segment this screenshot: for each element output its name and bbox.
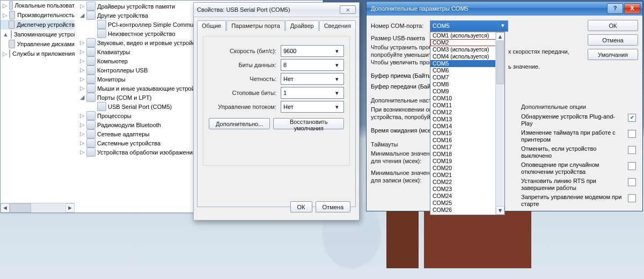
scroll-right-icon[interactable]: ► [65,203,75,212]
checkbox[interactable] [628,146,636,154]
com-option[interactable]: COM11 [430,102,504,109]
tree-label: Устройства обработки изображений [97,149,196,156]
expand-icon[interactable]: ▷ [79,3,85,10]
parity-combo[interactable]: Нет▾ [281,73,344,85]
close-button[interactable]: X [624,3,640,14]
expand-icon[interactable]: ▷ [79,130,85,137]
scroll-thumb[interactable] [496,41,504,84]
device-icon [86,2,96,11]
com-option[interactable]: COM5 [430,60,504,67]
databits-label: Биты данных: [209,62,276,68]
com-option[interactable]: COM27 [430,214,504,215]
titlebar[interactable]: Свойства: USB Serial Port (COM5) ⨉ [194,3,359,17]
expand-icon[interactable]: ◢ [79,94,85,101]
com-option[interactable]: COM8 [430,81,504,88]
checkbox[interactable] [628,162,636,170]
tree-label: Компьютер [97,58,128,64]
flow-combo[interactable]: Нет▾ [281,101,344,113]
device-icon [86,47,96,56]
scope-scrollbar[interactable]: ◄ ► [1,203,75,212]
checkbox[interactable] [628,130,636,138]
databits-combo[interactable]: 8▾ [281,59,344,71]
expand-icon[interactable]: ▷ [79,67,85,74]
option-row: Изменение таймаута при работе с принтеро… [521,129,636,143]
com-option[interactable]: COM21 [430,172,504,179]
com-option[interactable]: COM13 [430,116,504,123]
scope-item[interactable]: ▷Локальные пользоват [1,1,75,10]
expand-icon[interactable]: ◢ [79,12,85,19]
com-option[interactable]: COM16 [430,137,504,144]
com-option[interactable]: COM10 [430,95,504,102]
com-option[interactable]: COM24 [430,193,504,200]
expand-icon: ▷ [3,50,7,57]
baud-combo[interactable]: 9600▾ [281,45,344,57]
expand-icon: ▷ [3,12,7,19]
com-option[interactable]: COM18 [430,151,504,158]
com-option[interactable]: COM15 [430,130,504,137]
scope-item[interactable]: ▲Запоминающие устройс [1,30,75,39]
expand-icon[interactable]: ▷ [79,149,85,156]
scope-label: Локальные пользоват [15,2,75,9]
defaults-button[interactable]: Умолчания [588,49,638,60]
checkbox[interactable] [628,178,636,186]
scroll-thumb[interactable] [10,203,31,212]
com-option[interactable]: COM17 [430,144,504,151]
com-option[interactable]: COM3 (используется) [430,46,504,53]
option-label: Оповещение при случайном отключении устр… [521,161,625,175]
scope-item[interactable]: Диспетчер устройств [1,20,75,30]
com-option[interactable]: COM19 [430,158,504,165]
stopbits-combo[interactable]: 1▾ [281,87,344,99]
com-option[interactable]: COM14 [430,123,504,130]
expand-icon[interactable]: ▷ [79,76,85,83]
cancel-button[interactable]: Отмена [316,201,350,212]
tab-2[interactable]: Драйвер [286,20,319,31]
tab-0[interactable]: Общие [197,20,226,31]
node-icon [9,11,15,19]
ok-button[interactable]: ОК [290,201,312,212]
com-option[interactable]: COM9 [430,88,504,95]
advanced-button[interactable]: Дополнительно... [209,118,270,129]
cancel-button[interactable]: Отмена [588,34,638,46]
tree-label: Системные устройства [97,140,160,146]
device-icon [86,120,96,129]
expand-icon[interactable]: ▷ [79,48,85,55]
scope-item[interactable]: ▷Службы и приложения [1,49,75,58]
scope-item[interactable]: ▷Производительность [1,10,75,20]
com-option[interactable]: COM1 (используется) [430,32,504,39]
com-option[interactable]: COM12 [430,109,504,116]
expand-icon[interactable]: ▷ [79,140,85,146]
ok-button[interactable]: ОК [588,20,638,31]
titlebar[interactable]: Дополнительные параметры COM5 ? X [367,2,642,16]
expand-icon[interactable]: ▷ [79,121,85,128]
option-row: Запретить управление модемом при старте [521,194,636,208]
option-row: Обнаружение устройств Plug-and-Play✔ [521,113,636,127]
scroll-up-icon[interactable]: ▲ [496,32,504,41]
com-option[interactable]: COM25 [430,200,504,207]
tab-3[interactable]: Сведения [319,20,356,31]
com-option[interactable]: COM20 [430,165,504,172]
tree-label: Порты (COM и LPT) [97,94,151,101]
com-option[interactable]: COM26 [430,207,504,214]
com-option[interactable]: COM2 [430,39,504,46]
dropdown-scrollbar[interactable]: ▲ ▼ [495,32,504,215]
expand-icon[interactable]: ▷ [79,112,85,119]
com-port-combo[interactable]: COM5▾ [430,20,508,32]
com-port-dropdown[interactable]: COM1 (используется)COM2COM3 (используетс… [430,32,505,215]
expand-icon[interactable]: ▷ [79,85,85,92]
com-option[interactable]: COM23 [430,186,504,193]
checkbox[interactable] [628,194,636,202]
com-option[interactable]: COM22 [430,179,504,186]
tab-1[interactable]: Параметры порта [226,20,285,31]
expand-icon[interactable]: ▷ [79,57,85,64]
expand-icon[interactable]: ▷ [79,39,85,46]
help-button[interactable]: ? [607,3,623,14]
scroll-down-icon[interactable]: ▼ [496,206,504,215]
com-option[interactable]: COM7 [430,74,504,81]
scope-item[interactable]: Управление дисками [1,39,75,49]
checkbox[interactable]: ✔ [628,114,636,122]
close-icon[interactable]: ⨉ [340,5,356,14]
com-option[interactable]: COM4 (используется) [430,53,504,60]
restore-defaults-button[interactable]: Восстановить умолчания [273,118,344,129]
scroll-left-icon[interactable]: ◄ [1,203,10,212]
com-option[interactable]: COM6 [430,67,504,74]
